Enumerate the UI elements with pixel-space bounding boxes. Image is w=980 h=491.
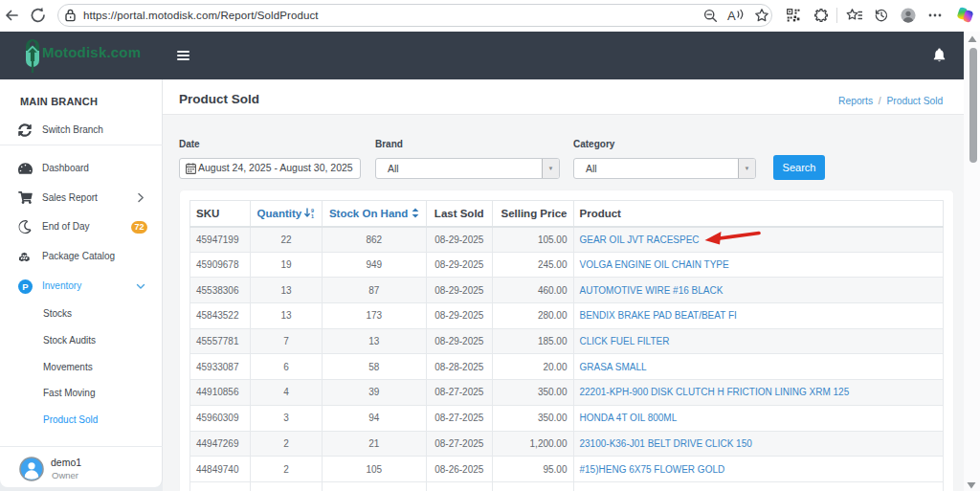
svg-text:1: 1 bbox=[311, 212, 314, 217]
